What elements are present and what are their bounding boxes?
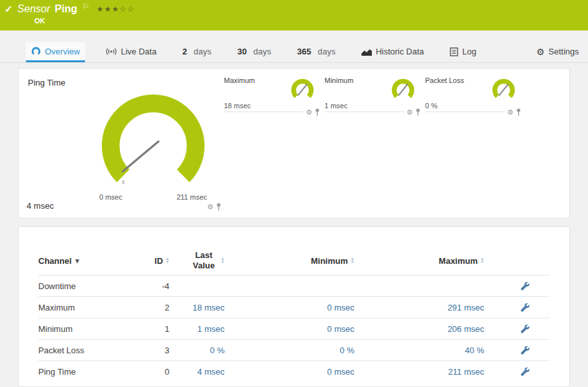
log-document-icon [450,47,458,56]
tab-log-label: Log [462,47,476,56]
tab-overview[interactable]: Overview [26,42,85,62]
channel-row-ping-time[interactable]: Ping Time 0 4 msec 0 msec 211 msec [38,360,550,382]
tab-30-days[interactable]: 30 days [232,42,276,62]
channel-actions [489,367,550,377]
tab-historic-data-label: Historic Data [376,47,424,56]
gauge-min-label: 0 msec [99,193,122,201]
mini-gauge-dial [388,75,418,105]
tab-overview-label: Overview [45,47,80,56]
flag-icon[interactable]: ⚐ [82,2,90,11]
channels-panel: Channel ▾ ID ▲▼ Last Value ▲▼ Minimum ▲▼… [18,226,570,387]
gauge-scale: 0 msec 211 msec [92,193,215,201]
mini-gauge-actions: ⚙ [304,108,320,116]
edit-channel-wrench-icon[interactable] [521,367,530,377]
channel-row-packet-loss[interactable]: Packet Loss 3 0 % 0 % 40 % [38,339,550,360]
live-data-icon [106,47,117,56]
status-check-icon: ✓ [5,3,13,15]
col-header-channel-label: Channel [38,256,71,266]
col-header-channel[interactable]: Channel ▾ [38,256,152,266]
channel-row-downtime[interactable]: Downtime -4 [38,275,550,296]
last-value: 0 % [175,346,230,355]
sort-icon: ▲▼ [480,257,484,264]
maximum-value: 291 msec [360,303,489,312]
mini-gauge-packet-loss: Packet Loss 0 % ⚙ [425,76,521,112]
maximum-value: 206 msec [360,324,489,334]
gauge-pin-icon[interactable] [516,108,521,116]
tab-settings-label: Settings [548,47,579,56]
mini-gauge-value: 0 % [425,102,437,110]
col-header-last-value[interactable]: Last Value ▲▼ [175,250,230,272]
edit-channel-wrench-icon[interactable] [521,346,530,355]
minimum-value: 0 msec [230,324,360,334]
last-value: 4 msec [175,367,230,377]
col-header-id[interactable]: ID ▲▼ [152,256,175,266]
mini-gauge-actions: ⚙ [404,108,421,116]
col-header-minimum-label: Minimum [311,256,348,266]
channel-row-maximum[interactable]: Maximum 2 18 msec 0 msec 291 msec [38,296,550,318]
tab-30-days-number: 30 [238,47,247,56]
channel-name: Minimum [38,324,152,334]
gauge-settings-gear-icon[interactable]: ⚙ [406,109,413,116]
tab-365-days-unit: days [317,47,335,56]
channel-actions [489,303,550,312]
sensor-page: ✓ Sensor Ping ⚐ ★★★☆☆ OK Overview Live D… [0,0,588,387]
edit-channel-wrench-icon[interactable] [521,303,530,312]
ping-time-gauge-dial: x̄ [92,84,215,207]
sort-icon: ▲▼ [350,257,354,264]
sort-desc-icon: ▾ [75,257,79,265]
overview-gauge-icon [31,47,41,56]
gauges-panel: Ping Time x̄ 0 msec 211 msec 4 msec ⚙ Ma… [18,68,570,218]
mini-gauge-value: 1 msec [325,102,347,110]
gauge-settings-gear-icon[interactable]: ⚙ [507,109,513,116]
tab-2-days-unit: days [193,47,211,56]
tab-log[interactable]: Log [445,42,482,62]
tab-2-days-number: 2 [182,47,187,56]
gauge-pin-icon[interactable] [415,108,421,116]
channel-name: Maximum [38,303,152,312]
minimum-value: 0 msec [230,367,360,377]
channel-name: Downtime [38,281,152,291]
channel-name: Packet Loss [38,346,152,355]
mini-gauge-actions: ⚙ [505,108,521,116]
edit-channel-wrench-icon[interactable] [521,281,530,291]
main-gauge-actions: ⚙ [207,203,221,211]
col-header-last-value-label: Last Value [190,250,218,272]
settings-gear-icon: ⚙ [536,47,545,56]
historic-data-chart-icon [361,48,372,56]
sensor-status-text: OK [34,17,582,25]
edit-channel-wrench-icon[interactable] [521,324,530,334]
tab-live-data-label: Live Data [121,47,156,56]
maximum-value: 211 msec [360,367,489,377]
tab-live-data[interactable]: Live Data [101,42,162,62]
mini-gauge-minimum: Minimum 1 msec ⚙ [325,76,421,112]
mini-gauge-value: 18 msec [224,102,251,110]
gauge-settings-gear-icon[interactable]: ⚙ [306,109,312,116]
mini-gauge-maximum: Maximum 18 msec ⚙ [224,76,320,112]
channel-actions [489,324,550,334]
col-header-minimum[interactable]: Minimum ▲▼ [230,256,360,266]
gauge-max-label: 211 msec [177,193,207,201]
tab-historic-data[interactable]: Historic Data [356,42,429,62]
gauge-pin-icon[interactable] [315,108,320,116]
channel-id: 0 [152,367,175,377]
tab-2-days[interactable]: 2 days [177,42,217,62]
col-header-maximum[interactable]: Maximum ▲▼ [360,256,489,266]
main-gauge-value: 4 msec [27,201,54,211]
channel-actions [489,346,550,355]
tab-365-days[interactable]: 365 days [292,42,341,62]
channel-name: Ping Time [38,367,152,377]
channel-id: 3 [152,346,175,355]
mean-marker: x̄ [121,178,125,185]
maximum-value: 40 % [360,346,489,355]
sort-icon: ▲▼ [165,257,169,264]
tab-settings[interactable]: ⚙ Settings [531,42,584,62]
priority-stars[interactable]: ★★★☆☆ [97,5,135,14]
mini-gauge-dial [288,75,317,105]
channel-row-minimum[interactable]: Minimum 1 1 msec 0 msec 206 msec [38,318,550,339]
sensor-header: ✓ Sensor Ping ⚐ ★★★☆☆ OK [0,0,588,30]
last-value: 1 msec [175,324,230,334]
channel-id: 1 [152,324,175,334]
gauge-pin-icon[interactable] [216,203,221,211]
gauge-settings-gear-icon[interactable]: ⚙ [207,204,214,211]
main-gauge-title: Ping Time [28,78,66,88]
